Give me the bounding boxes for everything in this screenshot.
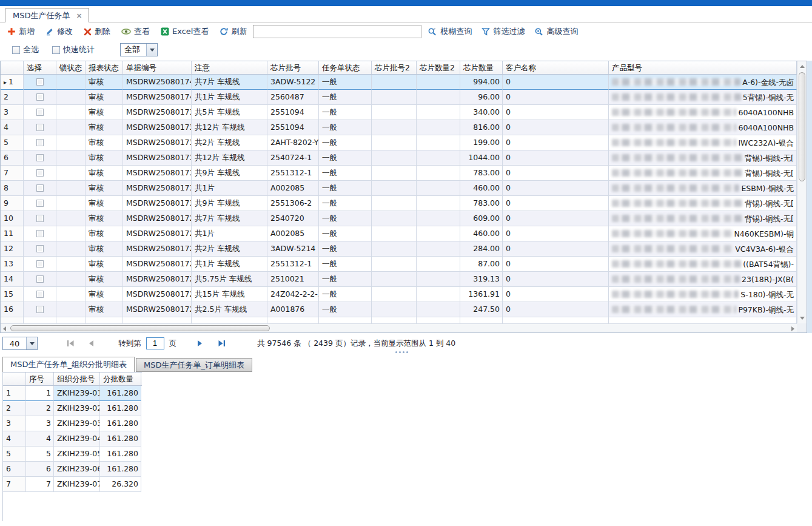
tab-msd-production-task[interactable]: MSD生产任务单 × xyxy=(5,8,89,22)
row-checkbox[interactable] xyxy=(36,200,44,207)
table-row[interactable]: ▸1 审核 MSDRW250801741 共7片 车规线 3ADW-5122 一… xyxy=(1,75,797,90)
detail-table-row[interactable]: ▸4 4 ZKIH239-04 161.280 xyxy=(3,431,142,447)
table-row[interactable]: ▸12 审核 MSDRW250801725 共2片 车规线 3ADW-5214 … xyxy=(1,241,797,257)
header-select[interactable]: 选择 xyxy=(24,61,56,74)
report-status-cell: 审核 xyxy=(86,105,123,120)
first-page-button[interactable] xyxy=(67,340,75,347)
row-checkbox[interactable] xyxy=(36,184,44,192)
table-row[interactable]: ▸9 审核 MSDRW250801730 共9片 车规线 2551306-2 一… xyxy=(1,196,797,211)
table-row[interactable]: ▸16 审核 MSDRW250801721 共2.5片 车规线 A001876 … xyxy=(1,302,797,317)
header-chip-lot2[interactable]: 芯片批号2 xyxy=(372,61,417,74)
view-button[interactable]: 查看 xyxy=(121,26,150,37)
table-row[interactable]: ▸11 审核 MSDRW250801727 共1片 A002085 一般 460… xyxy=(1,226,797,241)
header-customer[interactable]: 客户名称 xyxy=(503,61,609,74)
row-checkbox[interactable] xyxy=(36,291,44,298)
table-row[interactable]: ▸8 审核 MSDRW250801731 共1片 A002085 一般 460.… xyxy=(1,181,797,196)
splitter-handle[interactable] xyxy=(395,351,408,353)
row-checkbox[interactable] xyxy=(36,78,44,86)
doc-no-cell: MSDRW250801738 xyxy=(123,120,192,135)
delete-button[interactable]: 删除 xyxy=(84,26,110,37)
header-task-status[interactable]: 任务单状态 xyxy=(319,61,372,74)
row-checkbox[interactable] xyxy=(36,93,44,101)
note-cell: 共9片 车规线 xyxy=(192,166,267,181)
table-row[interactable]: ▸2 审核 MSDRW250801740 共1片 车规线 2560487 一般 … xyxy=(1,90,797,105)
next-page-button[interactable] xyxy=(197,340,203,347)
table-row[interactable]: ▸13 审核 MSDRW250801724 共1片 车规线 2551312-1 … xyxy=(1,257,797,272)
page-size-dropdown-button[interactable] xyxy=(26,337,37,349)
scope-select[interactable]: 全部 xyxy=(120,43,158,56)
table-row[interactable]: ▸4 审核 MSDRW250801738 共12片 车规线 2551094 一般… xyxy=(1,120,797,135)
detail-header-qty[interactable]: 分批数量 xyxy=(100,373,141,385)
row-checkbox[interactable] xyxy=(36,215,44,222)
detail-header-seq[interactable]: 序号 xyxy=(26,373,54,385)
row-checkbox[interactable] xyxy=(36,169,44,177)
header-chip-lot[interactable]: 芯片批号 xyxy=(267,61,319,74)
table-row[interactable]: ▸14 审核 MSDRW250801723 共5.75片 车规线 2510021… xyxy=(1,272,797,287)
select-all-checkbox[interactable] xyxy=(12,46,20,54)
chip-qty2-cell xyxy=(417,272,460,287)
detail-table-row[interactable]: ▸2 2 ZKIH239-02 161.280 xyxy=(3,401,142,416)
row-checkbox[interactable] xyxy=(36,109,44,116)
row-checkbox[interactable] xyxy=(36,230,44,237)
header-product-model[interactable]: 产品型号 xyxy=(609,61,797,74)
header-report-status[interactable]: 报表状态 xyxy=(86,61,123,74)
header-chip-qty[interactable]: 芯片数量 xyxy=(460,61,503,74)
detail-table-row[interactable]: ▸6 6 ZKIH239-06 161.280 xyxy=(3,462,142,477)
row-checkbox[interactable] xyxy=(36,245,44,252)
row-checkbox[interactable] xyxy=(36,139,44,146)
note-cell: 共1片 xyxy=(192,181,267,196)
prev-page-button[interactable] xyxy=(88,340,94,347)
fuzzy-query-button[interactable]: 模糊查询 xyxy=(428,26,472,37)
add-button[interactable]: 新增 xyxy=(7,26,35,37)
chip-lot2-cell xyxy=(372,135,417,150)
page-number-input[interactable] xyxy=(146,337,164,349)
table-row[interactable]: ▸10 审核 MSDRW250801728 共7片 车规线 2540720 一般… xyxy=(1,211,797,226)
page-size-select[interactable]: 40 xyxy=(2,337,38,350)
close-tab-icon[interactable]: × xyxy=(76,12,82,20)
row-checkbox[interactable] xyxy=(36,275,44,283)
refresh-button[interactable]: 刷新 xyxy=(220,26,247,37)
row-checkbox[interactable] xyxy=(36,124,44,131)
table-row[interactable]: ▸7 审核 MSDRW250801733 共9片 车规线 2551312-1 一… xyxy=(1,166,797,181)
row-select-cell xyxy=(24,166,56,181)
header-lock-status[interactable]: 锁状态 xyxy=(56,61,86,74)
detail-table-row[interactable]: ▸5 5 ZKIH239-05 161.280 xyxy=(3,447,142,462)
quick-stats-checkbox[interactable] xyxy=(52,46,60,54)
doc-no-cell: MSDRW250801727 xyxy=(123,226,192,241)
scroll-up-icon[interactable] xyxy=(800,65,805,68)
search-input[interactable] xyxy=(253,25,421,38)
tab-batch-detail[interactable]: MSD生产任务单_组织分批明细表 xyxy=(2,357,135,372)
table-row[interactable]: ▸5 审核 MSDRW250801737 共2片 车规线 2AHT-8202-Y… xyxy=(1,135,797,150)
header-note[interactable]: 注意 xyxy=(192,61,267,74)
detail-table-row[interactable]: ▸3 3 ZKIH239-03 161.280 xyxy=(3,416,142,431)
row-checkbox[interactable] xyxy=(36,260,44,268)
last-page-button[interactable] xyxy=(218,340,226,347)
detail-header-batch-no[interactable]: 组织分批号 xyxy=(54,373,100,385)
detail-table-row[interactable]: ▸1 1 ZKIH239-01 161.280 xyxy=(3,386,142,401)
table-row[interactable]: ▸6 审核 MSDRW250801736 共12片 车规线 2540724-1 … xyxy=(1,150,797,166)
scroll-right-icon[interactable] xyxy=(791,326,794,331)
row-checkbox[interactable] xyxy=(36,154,44,161)
advanced-query-button[interactable]: 高级查询 xyxy=(534,26,578,37)
scroll-down-icon[interactable] xyxy=(800,317,805,320)
chip-qty2-cell xyxy=(417,211,460,226)
row-checkbox[interactable] xyxy=(36,306,44,313)
tab-order-detail[interactable]: MSD生产任务单_订单明细表 xyxy=(136,358,252,372)
detail-table-row[interactable]: ▸7 7 ZKIH239-07 26.320 xyxy=(3,477,142,492)
scroll-left-icon[interactable] xyxy=(3,326,6,331)
header-chip-qty2[interactable]: 芯片数量2 xyxy=(417,61,460,74)
header-doc-no[interactable]: 单据编号 xyxy=(123,61,192,74)
horizontal-scrollbar-thumb[interactable] xyxy=(10,325,270,331)
horizontal-scrollbar[interactable] xyxy=(1,323,797,332)
edit-button[interactable]: 修改 xyxy=(45,26,73,37)
chevron-down-icon xyxy=(150,49,155,52)
row-select-cell xyxy=(24,135,56,150)
filter-button[interactable]: 筛选过滤 xyxy=(481,26,525,37)
vertical-scrollbar-thumb[interactable] xyxy=(799,72,805,181)
vertical-scrollbar[interactable] xyxy=(797,61,807,323)
table-row[interactable]: ▸15 审核 MSDRW250801722 共15片 车规线 24Z042-2-… xyxy=(1,287,797,302)
row-number-cell: ▸1 xyxy=(1,75,24,90)
scope-select-dropdown-button[interactable] xyxy=(146,44,157,56)
excel-view-button[interactable]: Excel查看 xyxy=(161,26,209,37)
table-row[interactable]: ▸3 审核 MSDRW250801739 共5片 车规线 2551094 一般 … xyxy=(1,105,797,120)
